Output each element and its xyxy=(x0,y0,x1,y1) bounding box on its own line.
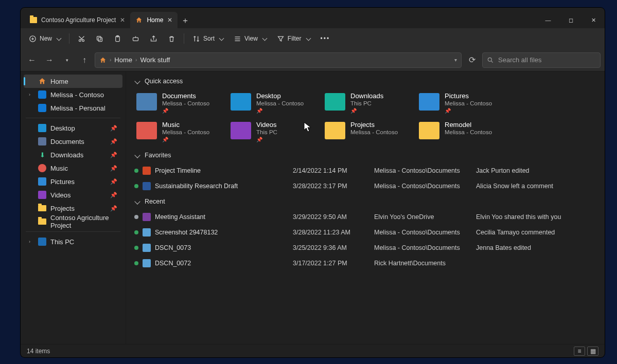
file-date: 3/28/2022 11:23 AM xyxy=(293,229,370,236)
sidebar-item-music[interactable]: Music 📌 xyxy=(24,161,122,175)
sidebar-item-account-contoso[interactable]: › Melissa - Contoso xyxy=(24,88,122,101)
music-icon xyxy=(38,164,46,172)
quick-access-item[interactable]: Music Melissa - Contoso 📌 xyxy=(134,119,224,144)
quick-access-item[interactable]: Videos This PC 📌 xyxy=(228,119,319,144)
item-location: Melissa - Contoso xyxy=(256,100,304,106)
item-name: Music xyxy=(162,121,209,129)
sidebar-item-desktop[interactable]: Desktop 📌 xyxy=(24,121,122,135)
file-location: Rick Hartnett\Documents xyxy=(374,260,472,267)
sidebar-label: Home xyxy=(50,78,68,85)
cut-button[interactable] xyxy=(74,32,90,46)
sidebar-item-projects[interactable]: Projects 📌 xyxy=(24,202,122,215)
close-tab-icon[interactable]: ✕ xyxy=(167,16,172,24)
sidebar-item-pictures[interactable]: Pictures 📌 xyxy=(24,175,122,188)
item-name: Desktop xyxy=(256,92,304,100)
address-bar[interactable]: › Home › Work stuff ▾ xyxy=(95,52,462,68)
sidebar-item-this-pc[interactable]: › This PC xyxy=(24,235,122,248)
tab-home[interactable]: Home ✕ xyxy=(130,12,178,28)
file-explorer-window: Contoso Agriculture Project ✕ Home ✕ ＋ ―… xyxy=(21,8,605,357)
paste-button[interactable] xyxy=(110,32,126,46)
file-location: Melissa - Contoso\Documents xyxy=(374,229,472,236)
status-bar: 14 items ≡ ▦ xyxy=(21,344,605,357)
sort-button[interactable]: Sort xyxy=(188,32,227,46)
expand-icon[interactable]: › xyxy=(29,92,30,97)
navigation-sidebar: Home › Melissa - Contoso Melissa - Perso… xyxy=(21,71,126,344)
file-type-icon xyxy=(143,167,151,175)
close-tab-icon[interactable]: ✕ xyxy=(120,16,125,24)
address-dropdown-icon[interactable]: ▾ xyxy=(454,57,457,63)
filter-button[interactable]: Filter xyxy=(273,32,314,46)
videos-icon xyxy=(38,191,46,199)
file-name: DSCN_0073 xyxy=(155,244,289,251)
sidebar-label: Melissa - Contoso xyxy=(50,91,104,99)
onedrive-icon xyxy=(38,90,46,99)
quick-access-item[interactable]: Remodel Melissa - Contoso xyxy=(417,119,507,144)
quick-access-item[interactable]: Desktop Melissa - Contoso 📌 xyxy=(228,90,319,116)
home-icon xyxy=(38,77,46,85)
new-button[interactable]: New xyxy=(25,32,65,46)
quick-access-item[interactable]: Downloads This PC 📌 xyxy=(323,90,413,116)
search-box[interactable]: Search all files xyxy=(482,52,601,68)
share-button[interactable] xyxy=(146,32,162,46)
up-button[interactable]: ↑ xyxy=(77,53,92,67)
breadcrumb-workstuff[interactable]: Work stuff xyxy=(140,56,170,64)
chevron-down-icon xyxy=(134,152,140,158)
divider xyxy=(26,118,120,118)
sidebar-item-contoso-project[interactable]: Contoso Agriculture Project xyxy=(24,215,122,228)
tab-contoso-project[interactable]: Contoso Agriculture Project ✕ xyxy=(25,12,130,28)
minimize-button[interactable]: ― xyxy=(537,12,559,28)
sidebar-item-documents[interactable]: Documents 📌 xyxy=(24,135,122,148)
pin-icon: 📌 xyxy=(110,192,117,198)
rename-button[interactable] xyxy=(128,32,144,46)
sidebar-label: Videos xyxy=(50,191,71,199)
quick-access-item[interactable]: Documents Melissa - Contoso 📌 xyxy=(134,90,224,116)
quick-access-item[interactable]: Pictures Melissa - Contoso 📌 xyxy=(417,90,507,116)
file-row[interactable]: Meeting Assistant 3/29/2022 9:50 AM Elvi… xyxy=(134,209,596,225)
file-row[interactable]: DSCN_0073 3/25/2022 9:36 AM Melissa - Co… xyxy=(134,240,596,256)
body: Home › Melissa - Contoso Melissa - Perso… xyxy=(21,71,605,344)
command-toolbar: New Sort View Filter ••• xyxy=(21,28,605,49)
quick-access-item[interactable]: Projects Melissa - Contoso xyxy=(323,119,413,144)
sidebar-item-account-personal[interactable]: Melissa - Personal xyxy=(24,101,122,115)
item-location: Melissa - Contoso xyxy=(350,129,398,135)
file-row[interactable]: Sustainability Research Draft 3/28/2022 … xyxy=(134,178,596,194)
file-name: Screenshot 29478132 xyxy=(155,229,289,236)
sidebar-label: This PC xyxy=(50,238,74,246)
close-window-button[interactable]: ✕ xyxy=(582,12,605,28)
breadcrumb-home[interactable]: Home xyxy=(114,56,132,64)
file-row[interactable]: Screenshot 29478132 3/28/2022 11:23 AM M… xyxy=(134,225,596,240)
pictures-icon xyxy=(38,177,46,186)
pin-icon: 📌 xyxy=(110,138,117,145)
folder-thumb-icon xyxy=(419,93,439,111)
sidebar-item-home[interactable]: Home xyxy=(24,75,122,88)
maximize-button[interactable]: ◻ xyxy=(559,12,582,28)
view-button[interactable]: View xyxy=(230,32,271,46)
delete-button[interactable] xyxy=(164,32,180,46)
sidebar-item-downloads[interactable]: ⬇ Downloads 📌 xyxy=(24,148,122,161)
sidebar-label: Music xyxy=(50,165,68,172)
more-button[interactable]: ••• xyxy=(316,32,334,45)
refresh-button[interactable]: ⟳ xyxy=(465,53,479,67)
new-tab-button[interactable]: ＋ xyxy=(178,13,193,28)
file-row[interactable]: Project Timeline 2/14/2022 1:14 PM Melis… xyxy=(134,163,596,178)
expand-icon[interactable]: › xyxy=(29,239,30,244)
copy-button[interactable] xyxy=(92,32,108,46)
back-button[interactable]: ← xyxy=(25,53,39,67)
file-activity: Cecilia Tamayo commented xyxy=(476,229,596,236)
content-area: Quick access Documents Melissa - Contoso… xyxy=(126,71,605,344)
sidebar-item-videos[interactable]: Videos 📌 xyxy=(24,188,122,202)
details-view-button[interactable]: ≡ xyxy=(574,347,585,356)
file-type-icon xyxy=(143,228,151,236)
section-recent[interactable]: Recent xyxy=(126,195,605,208)
file-activity: Elvin Yoo shared this with you xyxy=(476,213,596,221)
file-name: Project Timeline xyxy=(155,167,289,174)
file-activity: Jack Purton edited xyxy=(476,167,596,174)
svg-point-8 xyxy=(488,58,491,61)
section-favorites[interactable]: Favorites xyxy=(126,149,605,162)
pin-icon: 📌 xyxy=(110,205,117,212)
forward-button[interactable]: → xyxy=(42,53,57,67)
section-quick-access[interactable]: Quick access xyxy=(126,75,605,88)
history-dropdown[interactable]: ▾ xyxy=(60,53,74,67)
tiles-view-button[interactable]: ▦ xyxy=(587,347,598,356)
file-row[interactable]: DSCN_0072 3/17/2022 1:27 PM Rick Hartnet… xyxy=(134,256,596,271)
